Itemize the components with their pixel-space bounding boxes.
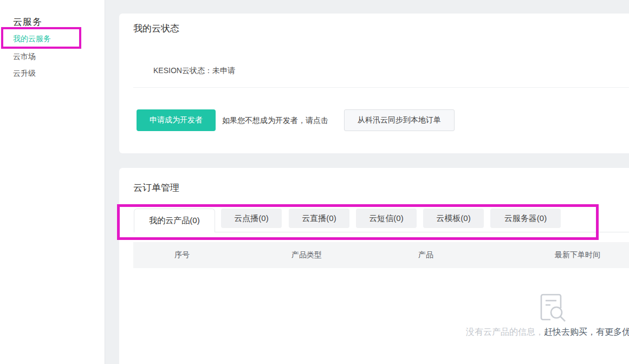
tab-cloud-live[interactable]: 云直播(0)	[289, 209, 349, 228]
apply-developer-button[interactable]: 申请成为开发者	[137, 109, 216, 131]
cloud-status-card: 我的云状态 KESION云状态：未申请 申请成为开发者 如果您不想成为开发者，请…	[119, 14, 629, 153]
kesion-cloud-status-text: KESION云状态：未申请	[153, 66, 235, 76]
empty-state-text: 没有云产品的信息，赶快去购买，有更多优惠	[390, 327, 629, 338]
table-header-product: 产品	[382, 250, 469, 260]
tab-cloud-sms[interactable]: 云短信(0)	[356, 209, 417, 228]
sidebar-item-my-cloud-service[interactable]: 我的云服务	[13, 34, 51, 44]
table-header-latest-order-time: 最新下单时间	[469, 250, 629, 260]
table-header-row: 序号 产品类型 产品 最新下单时间	[133, 242, 629, 268]
table-header-serial: 序号	[133, 250, 231, 260]
empty-state-muted-text: 没有云产品的信息，	[466, 327, 544, 336]
tab-cloud-server[interactable]: 云服务器(0)	[490, 209, 561, 228]
empty-state-buy-link[interactable]: 赶快去购买，有更多优惠	[544, 327, 629, 336]
sidebar-item-cloud-market[interactable]: 云市场	[13, 52, 36, 62]
sync-orders-button[interactable]: 从科汛云同步到本地订单	[344, 109, 455, 131]
cloud-orders-card: 云订单管理 我的云产品(0) 云点播(0) 云直播(0) 云短信(0) 云模板(…	[119, 168, 629, 364]
sidebar-heading: 云服务	[13, 16, 42, 28]
tab-cloud-template[interactable]: 云模板(0)	[423, 209, 484, 228]
table-header-product-type: 产品类型	[231, 250, 382, 260]
card-title-order-management: 云订单管理	[133, 181, 179, 194]
document-search-icon	[539, 293, 567, 323]
tab-cloud-vod[interactable]: 云点播(0)	[221, 209, 282, 228]
sidebar: 云服务 我的云服务 云市场 云升级	[0, 0, 105, 364]
tab-my-cloud-products[interactable]: 我的云产品(0)	[134, 209, 215, 232]
sidebar-item-cloud-upgrade[interactable]: 云升级	[13, 69, 36, 79]
developer-hint-text: 如果您不想成为开发者，请点击	[222, 109, 328, 131]
card-title-cloud-status: 我的云状态	[133, 22, 179, 35]
divider	[133, 87, 629, 88]
